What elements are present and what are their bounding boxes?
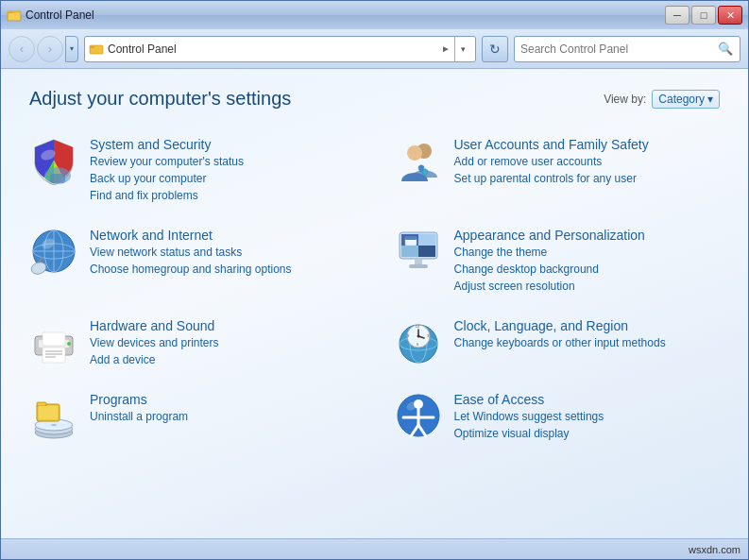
address-folder-icon — [89, 42, 104, 57]
status-text: wsxdn.com — [689, 544, 740, 555]
svg-point-9 — [407, 145, 422, 161]
ease-content: Ease of Access Let Windows suggest setti… — [454, 391, 721, 442]
view-by-dropdown[interactable]: Category ▾ — [652, 90, 720, 109]
title-bar-left: Control Panel — [7, 8, 94, 23]
svg-rect-53 — [37, 402, 46, 406]
content-area: Adjust your computer's settings View by:… — [1, 69, 748, 538]
search-box: 🔍 — [514, 36, 740, 62]
ease-title[interactable]: Ease of Access — [454, 392, 545, 407]
svg-rect-31 — [43, 348, 65, 363]
appearance-content: Appearance and Personalization Change th… — [454, 227, 721, 295]
hardware-title[interactable]: Hardware and Sound — [90, 318, 214, 333]
clock-title[interactable]: Clock, Language, and Region — [454, 318, 628, 333]
system-security-link-2[interactable]: Find and fix problems — [90, 187, 356, 204]
address-chevron-icon: ► — [441, 43, 451, 54]
user-accounts-link-1[interactable]: Set up parental controls for any user — [454, 170, 721, 187]
svg-rect-4 — [90, 46, 94, 48]
programs-icon — [29, 391, 78, 440]
clock-link-0[interactable]: Change keyboards or other input methods — [454, 334, 721, 351]
svg-rect-24 — [415, 259, 422, 264]
ease-link-0[interactable]: Let Windows suggest settings — [454, 408, 721, 425]
svg-rect-25 — [409, 264, 428, 268]
svg-rect-30 — [43, 332, 65, 346]
address-dropdown-button[interactable]: ▾ — [454, 36, 471, 62]
ease-link-1[interactable]: Optimize visual display — [454, 425, 721, 442]
category-network: Network and Internet View network status… — [29, 219, 356, 302]
system-security-link-1[interactable]: Back up your computer — [90, 170, 356, 187]
page-header: Adjust your computer's settings View by:… — [29, 88, 720, 110]
window-title: Control Panel — [26, 8, 94, 22]
appearance-title[interactable]: Appearance and Personalization — [454, 228, 645, 243]
user-accounts-title[interactable]: User Accounts and Family Safety — [454, 137, 649, 152]
address-bar[interactable]: Control Panel ► ▾ — [84, 36, 476, 62]
view-by-control: View by: Category ▾ — [604, 90, 720, 109]
svg-rect-54 — [39, 406, 58, 419]
programs-link-0[interactable]: Uninstall a program — [90, 408, 356, 425]
appearance-icon — [394, 227, 443, 276]
hardware-link-1[interactable]: Add a device — [90, 351, 356, 368]
page-title: Adjust your computer's settings — [29, 88, 291, 110]
title-bar: Control Panel ─ □ ✕ — [1, 1, 748, 29]
system-security-title[interactable]: System and Security — [90, 137, 211, 152]
search-input[interactable] — [520, 42, 713, 56]
ease-icon — [394, 391, 443, 440]
svg-point-42 — [417, 335, 419, 338]
clock-content: Clock, Language, and Region Change keybo… — [454, 317, 721, 351]
close-button[interactable]: ✕ — [718, 6, 742, 25]
category-programs: Programs Uninstall a program — [29, 383, 356, 450]
svg-rect-21 — [418, 234, 435, 246]
maximize-button[interactable]: □ — [691, 6, 716, 25]
main-window: Control Panel ─ □ ✕ ‹ › ▾ Control Panel … — [0, 0, 749, 560]
view-by-label: View by: — [604, 93, 646, 106]
user-accounts-content: User Accounts and Family Safety Add or r… — [454, 136, 721, 187]
appearance-link-0[interactable]: Change the theme — [454, 244, 721, 261]
programs-content: Programs Uninstall a program — [90, 391, 356, 425]
system-security-link-0[interactable]: Review your computer's status — [90, 153, 356, 170]
categories-grid: System and Security Review your computer… — [29, 128, 720, 450]
category-appearance: Appearance and Personalization Change th… — [394, 219, 721, 302]
back-forward-group: ‹ › ▾ — [9, 36, 78, 62]
svg-point-51 — [51, 424, 57, 426]
hardware-link-0[interactable]: View devices and printers — [90, 334, 356, 351]
user-accounts-link-0[interactable]: Add or remove user accounts — [454, 153, 721, 170]
network-content: Network and Internet View network status… — [90, 227, 356, 278]
hardware-icon — [29, 317, 78, 366]
svg-rect-7 — [50, 174, 65, 183]
category-hardware: Hardware and Sound View devices and prin… — [29, 310, 356, 376]
view-by-chevron-icon: ▾ — [707, 93, 713, 106]
forward-button[interactable]: › — [37, 36, 63, 62]
svg-rect-2 — [9, 13, 20, 20]
svg-point-35 — [67, 342, 71, 346]
hardware-content: Hardware and Sound View devices and prin… — [90, 317, 356, 368]
category-system-security: System and Security Review your computer… — [29, 128, 356, 212]
programs-title[interactable]: Programs — [90, 392, 147, 407]
network-title[interactable]: Network and Internet — [90, 228, 213, 243]
appearance-link-1[interactable]: Change desktop background — [454, 261, 721, 278]
network-link-1[interactable]: Choose homegroup and sharing options — [90, 261, 356, 278]
network-link-0[interactable]: View network status and tasks — [90, 244, 356, 261]
title-bar-buttons: ─ □ ✕ — [665, 6, 742, 25]
category-clock: 12 3 6 9 Clock, Language, and Region Cha… — [394, 310, 721, 376]
search-submit-icon[interactable]: 🔍 — [717, 41, 734, 58]
category-user-accounts: User Accounts and Family Safety Add or r… — [394, 128, 721, 212]
address-text: Control Panel — [108, 42, 437, 56]
svg-text:12: 12 — [415, 324, 419, 329]
minimize-button[interactable]: ─ — [665, 6, 689, 25]
window-icon — [7, 8, 22, 23]
system-security-icon — [29, 136, 78, 185]
view-by-value: Category — [658, 93, 705, 106]
refresh-button[interactable]: ↻ — [482, 36, 508, 62]
history-dropdown[interactable]: ▾ — [65, 36, 78, 62]
system-security-content: System and Security Review your computer… — [90, 136, 356, 204]
nav-bar: ‹ › ▾ Control Panel ► ▾ ↻ 🔍 — [1, 29, 748, 69]
appearance-link-2[interactable]: Adjust screen resolution — [454, 278, 721, 295]
svg-rect-23 — [418, 246, 435, 257]
svg-rect-27 — [405, 237, 417, 240]
category-ease: Ease of Access Let Windows suggest setti… — [394, 383, 721, 450]
user-accounts-icon — [394, 136, 443, 185]
network-icon — [29, 227, 78, 276]
status-bar: wsxdn.com — [1, 538, 748, 559]
svg-rect-22 — [401, 246, 418, 257]
back-button[interactable]: ‹ — [9, 36, 35, 62]
clock-icon: 12 3 6 9 — [394, 317, 443, 366]
